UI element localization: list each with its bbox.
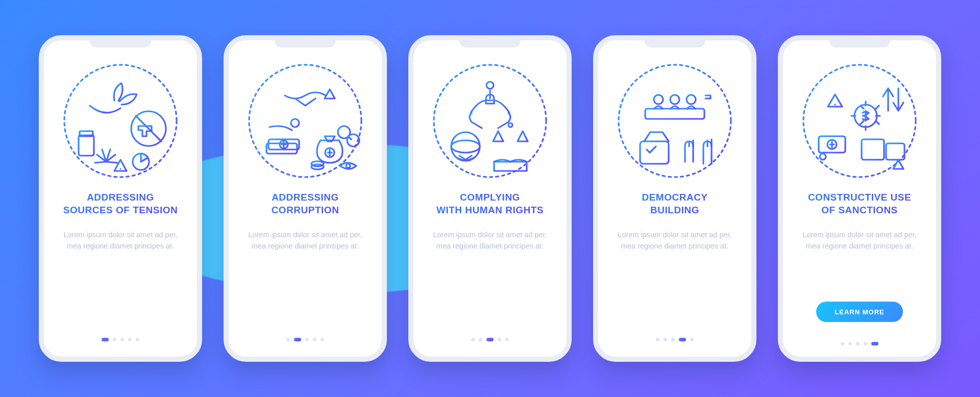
- phone-notch: [90, 39, 151, 47]
- dot-4[interactable]: [679, 338, 686, 341]
- svg-point-22: [486, 82, 494, 89]
- svg-point-33: [687, 95, 696, 104]
- screen-title: CONSTRUCTIVE USE OF SANCTIONS: [808, 191, 911, 217]
- dot-2[interactable]: [848, 342, 852, 345]
- learn-more-button[interactable]: LEARN MORE: [816, 302, 903, 322]
- onboarding-screen-1: ADDRESSING SOURCES OF TENSION Lorem ipsu…: [39, 35, 202, 362]
- dot-1[interactable]: [102, 338, 109, 341]
- page-indicator[interactable]: [656, 338, 694, 341]
- dot-1[interactable]: [656, 338, 659, 341]
- onboarding-screen-2: ADDRESSING CORRUPTION Lorem ipsum dolor …: [224, 35, 387, 362]
- svg-point-10: [249, 65, 361, 177]
- svg-point-8: [120, 168, 121, 170]
- dot-1[interactable]: [471, 338, 475, 341]
- page-indicator[interactable]: [102, 338, 139, 341]
- dot-1[interactable]: [841, 342, 844, 345]
- dot-1[interactable]: [286, 338, 290, 341]
- screen-body: Lorem ipsum dolor sit amet ad per, mea r…: [795, 229, 924, 252]
- dot-3[interactable]: [671, 338, 675, 341]
- page-indicator[interactable]: [471, 338, 509, 341]
- svg-rect-34: [640, 141, 669, 164]
- svg-point-29: [619, 65, 731, 177]
- screen-title: ADDRESSING CORRUPTION: [272, 191, 339, 217]
- svg-point-39: [834, 104, 836, 105]
- phone-notch: [275, 39, 336, 47]
- dot-2[interactable]: [294, 338, 301, 341]
- svg-point-32: [670, 95, 679, 104]
- dot-3[interactable]: [856, 342, 860, 345]
- screen-body: Lorem ipsum dolor sit amet ad per, mea r…: [56, 229, 185, 252]
- page-indicator[interactable]: [841, 342, 878, 345]
- screen-body: Lorem ipsum dolor sit amet ad per, mea r…: [241, 229, 370, 252]
- corruption-icon: [244, 60, 366, 182]
- dot-5[interactable]: [690, 338, 694, 341]
- dot-5[interactable]: [505, 338, 509, 341]
- dot-3[interactable]: [486, 338, 494, 341]
- screen-title: ADDRESSING SOURCES OF TENSION: [63, 191, 178, 217]
- screen-body: Lorem ipsum dolor sit amet ad per, mea r…: [610, 229, 739, 252]
- svg-rect-4: [80, 131, 93, 136]
- phone-notch: [459, 39, 521, 47]
- phone-notch: [644, 39, 705, 47]
- phone-notch: [829, 39, 890, 47]
- dot-2[interactable]: [113, 338, 116, 341]
- dot-5[interactable]: [871, 342, 878, 345]
- dot-5[interactable]: [136, 338, 139, 341]
- dot-4[interactable]: [128, 338, 132, 341]
- human-rights-icon: [429, 60, 551, 182]
- screen-title: COMPLYING WITH HUMAN RIGHTS: [436, 191, 544, 217]
- democracy-icon: [614, 60, 736, 182]
- screen-title: DEMOCRACY BUILDING: [642, 191, 707, 217]
- onboarding-screen-4: DEMOCRACY BUILDING Lorem ipsum dolor sit…: [593, 35, 756, 362]
- svg-point-43: [820, 154, 826, 160]
- onboarding-screen-3: COMPLYING WITH HUMAN RIGHTS Lorem ipsum …: [408, 35, 572, 362]
- svg-point-31: [654, 95, 663, 104]
- page-indicator[interactable]: [286, 338, 324, 341]
- svg-rect-30: [645, 109, 704, 119]
- dot-2[interactable]: [479, 338, 482, 341]
- svg-point-18: [346, 164, 350, 168]
- dot-4[interactable]: [313, 338, 316, 341]
- dot-4[interactable]: [864, 342, 867, 345]
- dot-5[interactable]: [321, 338, 324, 341]
- dot-2[interactable]: [664, 338, 667, 341]
- tension-icon: [59, 60, 182, 182]
- dot-3[interactable]: [120, 338, 124, 341]
- sanctions-icon: [798, 60, 921, 182]
- onboarding-screen-5: CONSTRUCTIVE USE OF SANCTIONS Lorem ipsu…: [778, 35, 941, 362]
- dot-4[interactable]: [498, 338, 501, 341]
- screen-body: Lorem ipsum dolor sit amet ad per, mea r…: [426, 229, 554, 252]
- dot-3[interactable]: [305, 338, 309, 341]
- svg-line-2: [136, 116, 161, 141]
